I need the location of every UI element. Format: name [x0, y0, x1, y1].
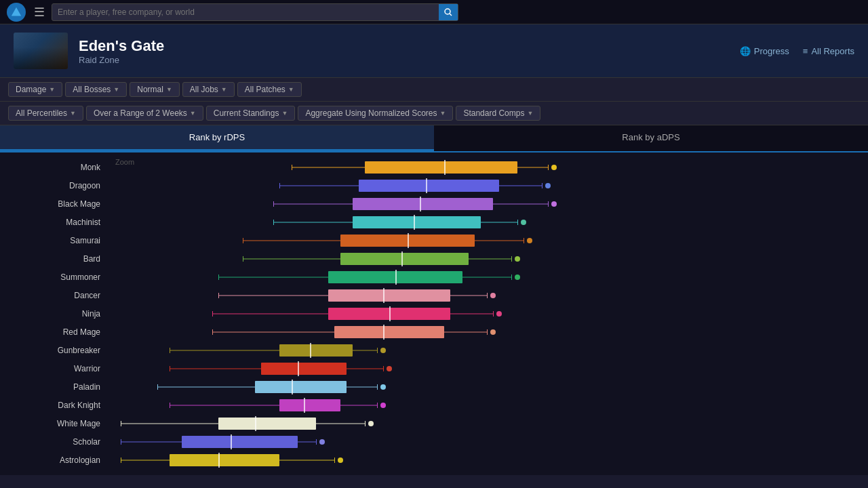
zone-title: Eden's Gate [79, 37, 164, 55]
chart-row: Scholar [0, 433, 868, 451]
dot-marker [387, 366, 392, 371]
box-plot-container [108, 195, 868, 213]
median-line [414, 215, 415, 230]
dot-marker [515, 274, 520, 280]
iqr-box [353, 198, 493, 210]
caret-icon: ▼ [113, 86, 119, 93]
chart-row: Bard [0, 250, 868, 268]
rank-tabs: Rank by rDPS Rank by aDPS [0, 125, 868, 152]
box-plot-container [108, 323, 868, 341]
box-plot-container [108, 378, 868, 396]
chart-row: Machinist [0, 214, 868, 231]
job-label: Dark Knight [0, 401, 108, 410]
box-plot-container [108, 415, 868, 432]
filter-current-standings[interactable]: Current Standings▼ [206, 106, 296, 121]
median-line [292, 380, 293, 394]
dot-marker [521, 220, 526, 225]
iqr-box [261, 363, 347, 375]
iqr-box [353, 216, 481, 228]
whisker-cap-right [487, 329, 488, 335]
iqr-box [218, 418, 316, 430]
filter-label-aggregate: Aggregate Using Normalized Scores [305, 108, 437, 118]
dot-marker [380, 403, 386, 408]
filter-label-date-range: Over a Range of 2 Weeks [94, 108, 187, 118]
search-input[interactable] [52, 7, 439, 17]
filter-label-damage: Damage [16, 85, 46, 94]
filter-standard-comps[interactable]: Standard Comps▼ [456, 106, 540, 121]
median-line [383, 288, 384, 303]
caret-icon: ▼ [190, 110, 196, 117]
chart-row: Summoner [0, 268, 868, 286]
whisker-cap-left [279, 183, 280, 188]
iqr-box [328, 289, 450, 302]
job-label: Machinist [0, 218, 108, 227]
whisker-cap-right [377, 384, 378, 390]
caret-icon: ▼ [221, 86, 227, 93]
job-label: Samurai [0, 236, 108, 245]
box-plot-container [108, 214, 868, 231]
job-label: Gunbreaker [0, 346, 108, 355]
iqr-box [340, 253, 469, 265]
dot-marker [380, 348, 386, 353]
filter-date-range[interactable]: Over a Range of 2 Weeks▼ [86, 106, 203, 121]
box-plot-container [108, 305, 868, 323]
whisker-cap-left [121, 439, 121, 445]
job-label: Scholar [0, 437, 108, 447]
filter-aggregate[interactable]: Aggregate Using Normalized Scores▼ [298, 106, 453, 121]
top-nav: ☰ [0, 0, 868, 24]
chart-row: Paladin [0, 378, 868, 396]
box-plot-container [108, 342, 868, 359]
median-line [255, 416, 256, 431]
whisker-cap-left [243, 238, 243, 243]
filter-all-jobs[interactable]: All Jobs▼ [182, 82, 235, 97]
tab-rdps[interactable]: Rank by rDPS [0, 125, 434, 151]
progress-link[interactable]: 🌐 Progress [740, 46, 789, 56]
iqr-box [334, 326, 444, 338]
whisker-cap-right [511, 256, 512, 262]
iqr-box [365, 161, 517, 174]
whisker-cap-right [334, 458, 335, 463]
iqr-box [279, 344, 353, 357]
chart-row: Samurai [0, 232, 868, 249]
dot-marker [319, 439, 325, 445]
iqr-box [182, 436, 298, 448]
filter-all-patches[interactable]: All Patches▼ [237, 82, 302, 97]
filter-damage[interactable]: Damage▼ [8, 82, 62, 97]
whisker-cap-right [548, 201, 549, 207]
box-plot-container [108, 232, 868, 249]
reports-link[interactable]: ≡ All Reports [803, 46, 854, 56]
filter-label-all-patches: All Patches [245, 85, 285, 94]
search-bar [52, 3, 458, 21]
zone-thumbnail [14, 33, 68, 69]
box-plot-container [108, 433, 868, 451]
chart-row: Red Mage [0, 323, 868, 341]
median-line [420, 197, 421, 211]
median-line [389, 306, 391, 321]
job-label: Black Mage [0, 199, 108, 209]
median-line [408, 233, 409, 248]
hamburger-menu[interactable]: ☰ [34, 5, 45, 20]
search-button[interactable] [439, 4, 458, 20]
filter-normal[interactable]: Normal▼ [130, 82, 180, 97]
median-line [218, 453, 220, 468]
chart-row: Dark Knight [0, 396, 868, 414]
whisker-cap-left [212, 329, 213, 335]
dot-marker [380, 384, 386, 390]
job-label: Red Mage [0, 327, 108, 337]
svg-marker-0 [12, 7, 21, 16]
whisker-cap-right [316, 439, 317, 445]
dot-marker [515, 256, 520, 262]
tab-adps[interactable]: Rank by aDPS [434, 125, 868, 151]
svg-point-1 [445, 9, 450, 14]
whisker-cap-right [517, 220, 518, 225]
box-plot-container [108, 268, 868, 286]
globe-icon: 🌐 [740, 46, 751, 56]
filter-all-percentiles[interactable]: All Percentiles▼ [8, 106, 83, 121]
filter-all-bosses[interactable]: All Bosses▼ [65, 82, 127, 97]
logo-icon [7, 3, 26, 22]
job-label: Warrior [0, 364, 108, 373]
chart-row: Astrologian [0, 451, 868, 469]
iqr-box [359, 180, 499, 192]
caret-icon: ▼ [288, 86, 294, 93]
header-info: Eden's Gate Raid Zone [79, 37, 164, 65]
